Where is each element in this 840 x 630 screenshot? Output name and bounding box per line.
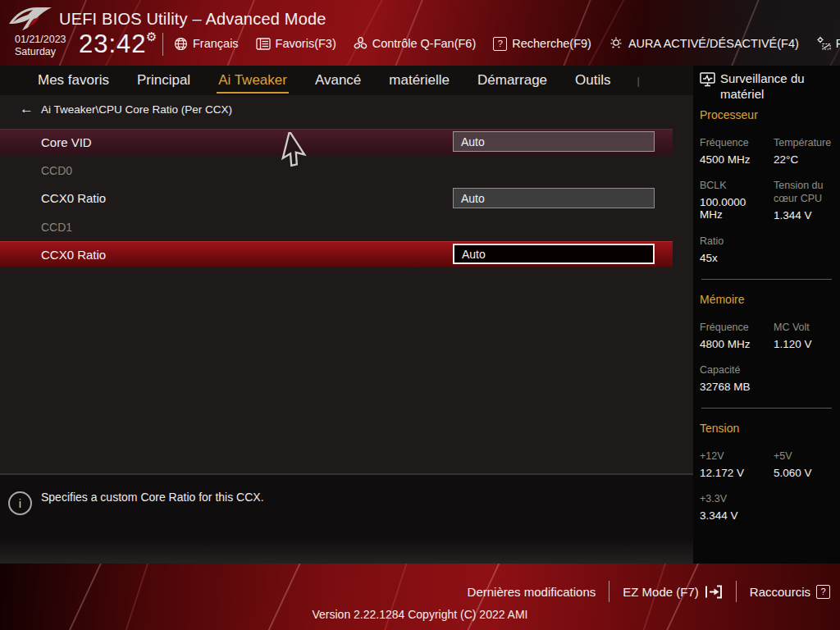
time-display: 23:42 [79, 30, 147, 59]
stat-label: Tension du cœur CPU [774, 179, 833, 205]
stat-label: +3.3V [700, 492, 769, 505]
stat-value: 1.344 V [774, 209, 833, 221]
tab-mes-favoris[interactable]: Mes favoris [36, 67, 111, 94]
date-value: 01/21/2023 [15, 34, 66, 46]
main-menu-bar: Mes favoris Principal Ai Tweaker Avancé … [0, 66, 693, 95]
shortcuts-button[interactable]: Raccourcis ? [750, 585, 830, 599]
header-toolbar: Français Favoris(F3) [174, 36, 840, 51]
processor-stats: Fréquence 4500 MHz Température 22°C BCLK… [700, 136, 833, 264]
search-label: Recherche(F9) [512, 37, 591, 50]
stat-value: 4800 MHz [700, 338, 769, 350]
help-text: Specifies a custom Core Ratio for this C… [41, 491, 264, 504]
version-text: Version 2.22.1284 Copyright (C) 2022 AMI [0, 608, 840, 621]
ccx0-ratio-ccd0-dropdown[interactable]: Auto [453, 188, 655, 208]
stat-value: 4500 MHz [700, 153, 769, 166]
resize-bar-button[interactable]: ReSize BAR [816, 36, 840, 51]
tab-outils[interactable]: Outils [573, 67, 612, 94]
stat-label: Fréquence [700, 136, 769, 149]
stat-mem-frequency: Fréquence 4800 MHz [700, 321, 769, 350]
qfan-label: Contrôle Q-Fan(F6) [372, 37, 477, 50]
tab-overflow-mark: | [637, 75, 640, 87]
tab-principal[interactable]: Principal [135, 67, 192, 94]
setting-label: CCX0 Ratio [41, 191, 106, 205]
memory-stats: Fréquence 4800 MHz MC Volt 1.120 V Capac… [700, 321, 833, 393]
section-title-tension: Tension [700, 422, 833, 435]
info-icon: i [8, 491, 32, 515]
stat-bclk: BCLK 100.0000 MHz [700, 179, 769, 221]
group-label-ccd1: CCD1 [41, 221, 72, 234]
help-panel: i Specifies a custom Core Ratio for this… [0, 473, 693, 564]
hardware-monitor-panel: Surveillance du matériel Processeur Fréq… [693, 66, 840, 564]
stat-value: 3.344 V [700, 509, 769, 522]
day-value: Saturday [15, 46, 66, 58]
bios-screen: UEFI BIOS Utility – Advanced Mode 01/21/… [0, 0, 840, 630]
language-button[interactable]: Français [174, 37, 239, 51]
globe-icon [174, 37, 188, 51]
group-label-ccd0: CCD0 [41, 164, 72, 177]
stat-label: +5V [774, 450, 833, 463]
stat-cpu-temperature: Température 22°C [774, 136, 833, 166]
mouse-cursor [279, 132, 312, 170]
date-display: 01/21/2023 Saturday [15, 34, 66, 58]
section-divider [701, 279, 832, 280]
ccx0-ratio-ccd1-dropdown[interactable]: Auto [453, 244, 655, 264]
stat-label: +12V [700, 450, 769, 463]
section-title-processeur: Processeur [700, 108, 833, 121]
resize-bar-icon [816, 36, 831, 51]
setting-label: Core VID [41, 135, 92, 149]
stat-value: 5.060 V [774, 467, 833, 479]
favorites-label: Favoris(F3) [276, 37, 336, 50]
section-title-memoire: Mémoire [700, 293, 833, 306]
favorites-list-icon [256, 38, 271, 50]
datetime-settings-gear-icon[interactable]: ⚙ [146, 30, 157, 44]
stat-cpu-core-voltage: Tension du cœur CPU 1.344 V [774, 179, 833, 221]
stat-label: Ratio [700, 235, 769, 248]
rog-logo-icon [8, 5, 52, 34]
stat-cpu-frequency: Fréquence 4500 MHz [700, 136, 769, 166]
footer-toolbar: Dernières modifications EZ Mode (F7) Rac… [468, 581, 830, 602]
stat-value: 32768 MB [700, 381, 769, 393]
resize-bar-label: ReSize BAR [836, 37, 840, 50]
monitor-title: Surveillance du matériel [720, 71, 833, 102]
tab-avance[interactable]: Avancé [313, 67, 363, 94]
stat-label: Fréquence [700, 321, 769, 334]
last-modified-button[interactable]: Dernières modifications [468, 585, 596, 599]
stat-5v: +5V 5.060 V [774, 450, 833, 479]
tab-demarrage[interactable]: Démarrage [476, 67, 549, 94]
stat-ratio: Ratio 45x [700, 235, 769, 264]
tab-materielle[interactable]: matérielle [387, 67, 451, 94]
app-title: UEFI BIOS Utility – Advanced Mode [59, 10, 326, 29]
setting-label: CCX0 Ratio [41, 248, 106, 262]
footer-separator [736, 581, 737, 602]
stat-value: 100.0000 MHz [700, 196, 769, 221]
voltage-stats: +12V 12.172 V +5V 5.060 V +3.3V 3.344 V [700, 450, 833, 522]
stat-value: 1.120 V [774, 338, 833, 350]
search-button[interactable]: ? Recherche(F9) [493, 37, 591, 51]
aura-light-icon [609, 36, 623, 51]
stat-label: Température [774, 136, 833, 149]
favorites-button[interactable]: Favoris(F3) [256, 37, 336, 50]
stat-label: BCLK [700, 179, 769, 192]
monitor-header: Surveillance du matériel [700, 71, 833, 102]
core-vid-dropdown[interactable]: Auto [453, 131, 655, 152]
ez-mode-button[interactable]: EZ Mode (F7) [623, 585, 723, 599]
ez-mode-label: EZ Mode (F7) [623, 585, 699, 599]
footer-separator [609, 581, 609, 602]
back-arrow-icon[interactable]: ← [20, 101, 34, 117]
shortcuts-question-icon: ? [816, 585, 830, 599]
search-question-icon: ? [493, 37, 507, 51]
qfan-button[interactable]: Contrôle Q-Fan(F6) [354, 37, 477, 51]
fan-icon [354, 37, 368, 51]
stat-value: 12.172 V [700, 467, 769, 479]
aura-label: AURA ACTIVÉ/DÉSACTIVÉ(F4) [628, 37, 799, 50]
stat-label: Capacité [700, 363, 769, 377]
stat-value: 22°C [774, 153, 833, 166]
header-separator [162, 33, 163, 56]
stat-label: MC Volt [774, 321, 833, 334]
tab-ai-tweaker[interactable]: Ai Tweaker [217, 67, 289, 94]
top-banner: UEFI BIOS Utility – Advanced Mode 01/21/… [0, 0, 840, 66]
shortcuts-label: Raccourcis [750, 585, 810, 599]
stat-value: 45x [700, 252, 769, 264]
section-divider [701, 408, 832, 409]
aura-button[interactable]: AURA ACTIVÉ/DÉSACTIVÉ(F4) [609, 36, 799, 51]
